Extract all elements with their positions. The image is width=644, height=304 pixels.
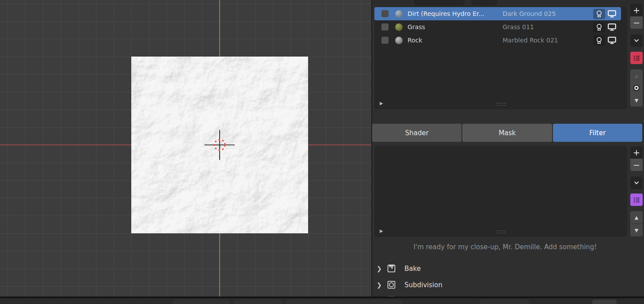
clipped-tab[interactable] — [414, 0, 465, 6]
list-expand-handle[interactable]: ▶ — [380, 101, 383, 106]
shader-ball-icon — [595, 10, 603, 18]
layer-checkbox[interactable] — [381, 10, 389, 17]
chevron-right-icon: ❯ — [377, 265, 383, 272]
monitor-icon — [608, 10, 616, 18]
layer-checkbox[interactable] — [381, 23, 389, 30]
clipped-button[interactable] — [480, 300, 529, 304]
layer-target-button[interactable] — [630, 82, 643, 94]
tab-filter[interactable]: Filter — [553, 124, 642, 142]
filter-move-up-button[interactable]: ▲ — [630, 211, 643, 224]
material-sphere-icon — [395, 37, 403, 44]
layer-specials-dropdown[interactable] — [630, 34, 643, 47]
viewport-3d[interactable] — [0, 0, 371, 297]
chevron-down-icon — [633, 179, 640, 186]
chevron-right-icon: ❯ — [377, 281, 383, 289]
subdivision-icon — [387, 281, 396, 289]
shader-ball-icon — [595, 23, 603, 31]
shader-ball-toggle[interactable] — [593, 9, 605, 19]
3d-cursor — [201, 126, 238, 163]
clipped-button[interactable] — [285, 300, 402, 304]
filter-remove-button[interactable]: − — [630, 159, 643, 171]
layer-row-grass[interactable]: Grass Grass 011 — [374, 20, 621, 34]
chevron-down-icon — [633, 37, 640, 44]
list-resize-grip[interactable] — [496, 102, 506, 106]
blender-window: Dirt (Requires Hydro Er... Dark Ground 0… — [0, 0, 644, 304]
layer-row-rock[interactable]: Rock Marbled Rock 021 — [374, 34, 621, 47]
list-bullets-icon — [633, 197, 640, 203]
layer-material-name[interactable]: Marbled Rock 021 — [503, 37, 593, 44]
list-expand-handle[interactable]: ▶ — [380, 228, 383, 234]
clipped-button[interactable] — [233, 300, 282, 304]
layer-name[interactable]: Dirt (Requires Hydro Er... — [408, 10, 503, 17]
layer-material-name[interactable]: Grass 011 — [503, 23, 593, 30]
shader-ball-toggle[interactable] — [593, 22, 605, 32]
tab-shader[interactable]: Shader — [372, 124, 461, 142]
filter-add-button[interactable]: + — [630, 146, 643, 159]
list-footer: ▶ — [374, 227, 627, 235]
filter-specials-dropdown[interactable] — [630, 177, 643, 189]
list-footer: ▶ — [374, 99, 627, 107]
panel-header-strip — [372, 0, 644, 6]
layer-add-button[interactable]: + — [630, 4, 643, 16]
layer-checkbox[interactable] — [381, 37, 389, 44]
bottom-editor-strip — [0, 298, 644, 304]
shader-ball-icon — [595, 37, 603, 44]
layer-name[interactable]: Rock — [408, 37, 503, 44]
material-sphere-icon — [395, 23, 403, 31]
filter-list-filter-button[interactable] — [630, 194, 643, 206]
material-sphere-icon — [395, 10, 403, 18]
list-bullets-icon — [633, 55, 640, 61]
layer-row-dirt[interactable]: Dirt (Requires Hydro Er... Dark Ground 0… — [374, 7, 621, 20]
shader-ball-toggle[interactable] — [593, 35, 605, 46]
clipped-tab[interactable] — [472, 0, 497, 6]
layer-remove-button[interactable]: − — [630, 16, 643, 29]
viewport-display-toggle[interactable] — [606, 22, 617, 32]
layer-move-down-button[interactable]: ▼ — [630, 94, 643, 106]
filter-empty-hint: I'm ready for my close-up, Mr. Demille. … — [372, 243, 638, 251]
filter-list[interactable]: ▶ — [374, 146, 627, 237]
panel-header-bake[interactable]: ❯ Bake — [377, 262, 624, 275]
layer-name[interactable]: Grass — [408, 23, 503, 30]
monitor-icon — [608, 23, 616, 31]
panel-header-subdivision[interactable]: ❯ Subdivision — [377, 278, 624, 291]
sidebar-panel: Dirt (Requires Hydro Er... Dark Ground 0… — [371, 0, 644, 304]
tab-mask[interactable]: Mask — [462, 124, 552, 142]
viewport-display-toggle[interactable] — [606, 9, 617, 19]
viewport-display-toggle[interactable] — [606, 35, 617, 46]
panel-label: Subdivision — [404, 281, 442, 289]
mode-tabbar: Shader Mask Filter — [372, 124, 642, 142]
clipped-button[interactable] — [172, 300, 230, 304]
clipped-button[interactable] — [592, 300, 617, 304]
list-resize-grip[interactable] — [496, 230, 506, 234]
monitor-icon — [608, 37, 616, 44]
filter-move-down-button[interactable]: ▼ — [630, 224, 643, 236]
layer-move-up-button[interactable]: ▲ — [630, 69, 643, 82]
terrain-layers-list: Dirt (Requires Hydro Er... Dark Ground 0… — [374, 6, 627, 109]
panel-label: Bake — [404, 265, 421, 273]
target-dot-icon — [633, 84, 640, 91]
layer-list-filter-button[interactable] — [630, 52, 643, 64]
layer-material-name[interactable]: Dark Ground 025 — [503, 10, 593, 17]
texture-paint-icon — [387, 264, 396, 273]
